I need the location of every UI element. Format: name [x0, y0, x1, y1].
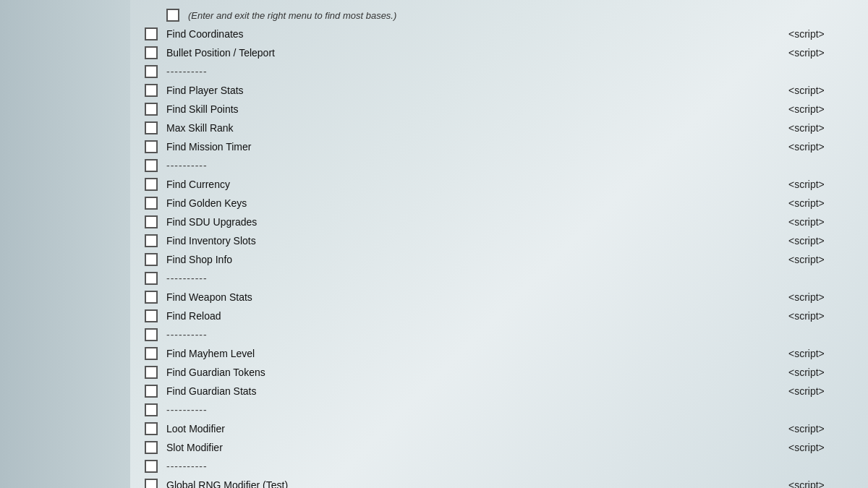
list-item-sep5: ---------- — [145, 401, 854, 419]
list-item-bullet-position: Bullet Position / Teleport<script> — [145, 43, 854, 62]
checkbox-find-sdu-upgrades[interactable] — [145, 215, 158, 228]
checkbox-find-currency[interactable] — [145, 178, 158, 191]
list-item-sep4: ---------- — [145, 325, 854, 344]
items-container: Find Coordinates<script>Bullet Position … — [145, 25, 854, 488]
list-item-max-skill-rank: Max Skill Rank<script> — [145, 119, 854, 137]
script-find-skill-points[interactable]: <script> — [788, 103, 854, 115]
list-item-sep6: ---------- — [145, 457, 854, 476]
script-find-guardian-tokens[interactable]: <script> — [788, 367, 854, 378]
checkbox-find-mayhem-level[interactable] — [145, 347, 158, 360]
list-item-find-sdu-upgrades: Find SDU Upgrades<script> — [145, 213, 854, 231]
label-sep5: ---------- — [166, 404, 854, 416]
checkbox-sep6[interactable] — [145, 460, 158, 473]
label-sep2: ---------- — [166, 160, 854, 171]
list-item-slot-modifier: Slot Modifier<script> — [145, 438, 854, 457]
script-find-mission-timer[interactable]: <script> — [788, 141, 854, 153]
list-item-sep3: ---------- — [145, 269, 854, 288]
label-find-inventory-slots: Find Inventory Slots — [166, 235, 788, 247]
label-sep6: ---------- — [166, 461, 854, 472]
list-item-find-reload: Find Reload<script> — [145, 307, 854, 325]
list-item-find-guardian-tokens: Find Guardian Tokens<script> — [145, 363, 854, 382]
list-item-find-guardian-stats: Find Guardian Stats<script> — [145, 382, 854, 401]
checkbox-find-player-stats[interactable] — [145, 84, 158, 97]
script-bullet-position[interactable]: <script> — [788, 47, 854, 59]
checkbox-sep4[interactable] — [145, 328, 158, 341]
list-item-find-weapon-stats: Find Weapon Stats<script> — [145, 288, 854, 307]
list-item-find-inventory-slots: Find Inventory Slots<script> — [145, 231, 854, 250]
script-find-weapon-stats[interactable]: <script> — [788, 291, 854, 303]
checkbox-slot-modifier[interactable] — [145, 441, 158, 454]
list-item-sep1: ---------- — [145, 62, 854, 81]
checkbox-loot-modifier[interactable] — [145, 422, 158, 435]
label-find-shop-info: Find Shop Info — [166, 254, 788, 265]
script-slot-modifier[interactable]: <script> — [788, 442, 854, 453]
checkbox-max-skill-rank[interactable] — [145, 121, 158, 134]
label-find-sdu-upgrades: Find SDU Upgrades — [166, 216, 788, 228]
checkbox-find-guardian-stats[interactable] — [145, 385, 158, 398]
content-area: (Enter and exit the right menu to find m… — [130, 0, 868, 488]
list-item-sep2: ---------- — [145, 156, 854, 175]
note-text: (Enter and exit the right menu to find m… — [188, 10, 396, 21]
list-item-find-shop-info: Find Shop Info<script> — [145, 250, 854, 269]
checkbox-find-golden-keys[interactable] — [145, 197, 158, 210]
label-bullet-position: Bullet Position / Teleport — [166, 47, 788, 59]
left-panel — [0, 0, 130, 488]
note-row: (Enter and exit the right menu to find m… — [145, 6, 854, 25]
label-find-currency: Find Currency — [166, 179, 788, 190]
label-loot-modifier: Loot Modifier — [166, 423, 788, 435]
checkbox-find-mission-timer[interactable] — [145, 140, 158, 153]
list-item-loot-modifier: Loot Modifier<script> — [145, 419, 854, 438]
script-global-rng-modifier[interactable]: <script> — [788, 479, 854, 488]
script-find-golden-keys[interactable]: <script> — [788, 197, 854, 209]
checkbox-sep2[interactable] — [145, 159, 158, 172]
label-find-weapon-stats: Find Weapon Stats — [166, 291, 788, 303]
label-slot-modifier: Slot Modifier — [166, 442, 788, 453]
label-find-player-stats: Find Player Stats — [166, 85, 788, 96]
checkbox-find-weapon-stats[interactable] — [145, 291, 158, 304]
checkbox-find-guardian-tokens[interactable] — [145, 366, 158, 379]
label-find-coordinates: Find Coordinates — [166, 28, 788, 40]
checkbox-bullet-position[interactable] — [145, 46, 158, 59]
script-find-shop-info[interactable]: <script> — [788, 254, 854, 265]
script-find-player-stats[interactable]: <script> — [788, 85, 854, 96]
list-item-find-golden-keys: Find Golden Keys<script> — [145, 194, 854, 213]
label-find-mayhem-level: Find Mayhem Level — [166, 348, 788, 359]
script-find-inventory-slots[interactable]: <script> — [788, 235, 854, 247]
script-find-coordinates[interactable]: <script> — [788, 28, 854, 40]
checkbox-global-rng-modifier[interactable] — [145, 479, 158, 488]
label-max-skill-rank: Max Skill Rank — [166, 122, 788, 134]
checkbox-sep3[interactable] — [145, 272, 158, 285]
list-item-find-player-stats: Find Player Stats<script> — [145, 81, 854, 100]
script-find-mayhem-level[interactable]: <script> — [788, 348, 854, 359]
label-sep1: ---------- — [166, 66, 854, 77]
label-find-reload: Find Reload — [166, 310, 788, 322]
checkbox-find-coordinates[interactable] — [145, 27, 158, 40]
list-item-find-coordinates: Find Coordinates<script> — [145, 25, 854, 43]
label-sep4: ---------- — [166, 329, 854, 341]
label-find-golden-keys: Find Golden Keys — [166, 197, 788, 209]
label-find-skill-points: Find Skill Points — [166, 103, 788, 115]
checkbox-find-skill-points[interactable] — [145, 103, 158, 116]
label-sep3: ---------- — [166, 273, 854, 284]
script-max-skill-rank[interactable]: <script> — [788, 122, 854, 134]
script-find-sdu-upgrades[interactable]: <script> — [788, 216, 854, 228]
checkbox-sep5[interactable] — [145, 403, 158, 416]
script-find-reload[interactable]: <script> — [788, 310, 854, 322]
list-item-find-skill-points: Find Skill Points<script> — [145, 100, 854, 119]
script-find-currency[interactable]: <script> — [788, 179, 854, 190]
list-item-find-mayhem-level: Find Mayhem Level<script> — [145, 344, 854, 363]
checkbox-find-shop-info[interactable] — [145, 253, 158, 266]
checkbox-find-inventory-slots[interactable] — [145, 234, 158, 247]
label-find-guardian-stats: Find Guardian Stats — [166, 385, 788, 397]
label-find-mission-timer: Find Mission Timer — [166, 141, 788, 153]
script-loot-modifier[interactable]: <script> — [788, 423, 854, 435]
label-global-rng-modifier: Global RNG Modifier (Test) — [166, 479, 788, 488]
list-item-find-mission-timer: Find Mission Timer<script> — [145, 137, 854, 156]
checkbox-find-reload[interactable] — [145, 309, 158, 322]
script-find-guardian-stats[interactable]: <script> — [788, 385, 854, 397]
checkbox-sep1[interactable] — [145, 65, 158, 78]
list-item-find-currency: Find Currency<script> — [145, 175, 854, 194]
note-checkbox[interactable] — [166, 9, 179, 22]
label-find-guardian-tokens: Find Guardian Tokens — [166, 367, 788, 378]
list-item-global-rng-modifier: Global RNG Modifier (Test)<script> — [145, 476, 854, 488]
